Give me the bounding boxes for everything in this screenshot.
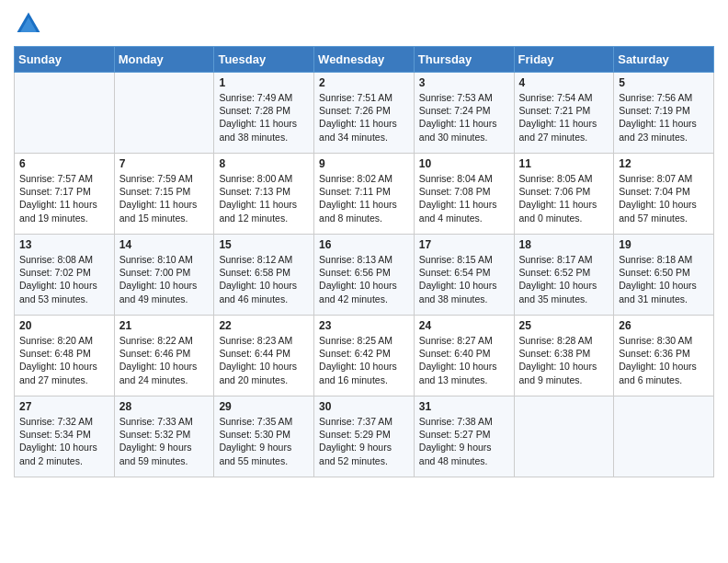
day-number: 3 xyxy=(419,76,509,89)
calendar-cell: 18Sunrise: 8:17 AM Sunset: 6:52 PM Dayli… xyxy=(514,235,614,316)
day-number: 1 xyxy=(219,76,309,89)
calendar-cell: 29Sunrise: 7:35 AM Sunset: 5:30 PM Dayli… xyxy=(214,396,314,477)
day-number: 5 xyxy=(619,76,709,89)
calendar-cell: 30Sunrise: 7:37 AM Sunset: 5:29 PM Dayli… xyxy=(314,396,415,477)
cell-content: Sunrise: 8:18 AM Sunset: 6:50 PM Dayligh… xyxy=(619,253,709,305)
calendar-cell: 17Sunrise: 8:15 AM Sunset: 6:54 PM Dayli… xyxy=(414,235,514,316)
cell-content: Sunrise: 7:49 AM Sunset: 7:28 PM Dayligh… xyxy=(219,91,309,144)
cell-content: Sunrise: 8:08 AM Sunset: 7:02 PM Dayligh… xyxy=(19,253,109,305)
cell-content: Sunrise: 8:04 AM Sunset: 7:08 PM Dayligh… xyxy=(419,172,509,224)
calendar-cell: 6Sunrise: 7:57 AM Sunset: 7:17 PM Daylig… xyxy=(15,154,115,235)
calendar-cell: 14Sunrise: 8:10 AM Sunset: 7:00 PM Dayli… xyxy=(114,235,214,316)
day-number: 28 xyxy=(119,400,210,413)
header-cell-sunday: Sunday xyxy=(15,47,115,73)
cell-content: Sunrise: 7:37 AM Sunset: 5:29 PM Dayligh… xyxy=(319,415,409,467)
header-cell-monday: Monday xyxy=(114,47,214,73)
cell-content: Sunrise: 7:32 AM Sunset: 5:34 PM Dayligh… xyxy=(19,415,109,467)
day-number: 18 xyxy=(519,238,609,251)
calendar-body: 1Sunrise: 7:49 AM Sunset: 7:28 PM Daylig… xyxy=(15,73,714,477)
header-row: SundayMondayTuesdayWednesdayThursdayFrid… xyxy=(15,47,714,73)
header-cell-saturday: Saturday xyxy=(614,47,714,73)
calendar-cell: 1Sunrise: 7:49 AM Sunset: 7:28 PM Daylig… xyxy=(214,73,314,154)
cell-content: Sunrise: 8:28 AM Sunset: 6:38 PM Dayligh… xyxy=(519,334,609,386)
cell-content: Sunrise: 8:02 AM Sunset: 7:11 PM Dayligh… xyxy=(319,172,409,224)
cell-content: Sunrise: 7:35 AM Sunset: 5:30 PM Dayligh… xyxy=(219,415,309,467)
day-number: 25 xyxy=(519,319,609,332)
header-cell-tuesday: Tuesday xyxy=(214,47,314,73)
cell-content: Sunrise: 7:57 AM Sunset: 7:17 PM Dayligh… xyxy=(19,172,109,224)
cell-content: Sunrise: 7:33 AM Sunset: 5:32 PM Dayligh… xyxy=(119,415,210,467)
day-number: 27 xyxy=(19,400,109,413)
day-number: 8 xyxy=(219,157,309,170)
cell-content: Sunrise: 7:53 AM Sunset: 7:24 PM Dayligh… xyxy=(419,91,509,144)
day-number: 24 xyxy=(419,319,509,332)
calendar-cell: 11Sunrise: 8:05 AM Sunset: 7:06 PM Dayli… xyxy=(514,154,614,235)
day-number: 7 xyxy=(119,157,210,170)
calendar-cell xyxy=(114,73,214,154)
calendar-cell: 16Sunrise: 8:13 AM Sunset: 6:56 PM Dayli… xyxy=(314,235,415,316)
day-number: 11 xyxy=(519,157,609,170)
page-header xyxy=(14,9,714,39)
calendar-cell xyxy=(514,396,614,477)
week-row-2: 13Sunrise: 8:08 AM Sunset: 7:02 PM Dayli… xyxy=(15,235,714,316)
calendar-cell: 21Sunrise: 8:22 AM Sunset: 6:46 PM Dayli… xyxy=(114,316,214,396)
day-number: 12 xyxy=(619,157,709,170)
cell-content: Sunrise: 8:17 AM Sunset: 6:52 PM Dayligh… xyxy=(519,253,609,305)
cell-content: Sunrise: 7:59 AM Sunset: 7:15 PM Dayligh… xyxy=(119,172,210,224)
week-row-0: 1Sunrise: 7:49 AM Sunset: 7:28 PM Daylig… xyxy=(15,73,714,154)
day-number: 31 xyxy=(419,400,509,413)
cell-content: Sunrise: 7:54 AM Sunset: 7:21 PM Dayligh… xyxy=(519,91,609,144)
cell-content: Sunrise: 8:00 AM Sunset: 7:13 PM Dayligh… xyxy=(219,172,309,224)
cell-content: Sunrise: 8:07 AM Sunset: 7:04 PM Dayligh… xyxy=(619,172,709,224)
calendar-cell: 26Sunrise: 8:30 AM Sunset: 6:36 PM Dayli… xyxy=(614,316,714,396)
week-row-1: 6Sunrise: 7:57 AM Sunset: 7:17 PM Daylig… xyxy=(15,154,714,235)
cell-content: Sunrise: 8:12 AM Sunset: 6:58 PM Dayligh… xyxy=(219,253,309,305)
calendar-cell: 19Sunrise: 8:18 AM Sunset: 6:50 PM Dayli… xyxy=(614,235,714,316)
day-number: 23 xyxy=(319,319,409,332)
day-number: 30 xyxy=(319,400,409,413)
cell-content: Sunrise: 8:13 AM Sunset: 6:56 PM Dayligh… xyxy=(319,253,409,305)
cell-content: Sunrise: 7:38 AM Sunset: 5:27 PM Dayligh… xyxy=(419,415,509,467)
cell-content: Sunrise: 8:22 AM Sunset: 6:46 PM Dayligh… xyxy=(119,334,210,386)
logo-icon xyxy=(14,9,43,39)
calendar-cell: 7Sunrise: 7:59 AM Sunset: 7:15 PM Daylig… xyxy=(114,154,214,235)
calendar-cell: 24Sunrise: 8:27 AM Sunset: 6:40 PM Dayli… xyxy=(414,316,514,396)
calendar-cell: 25Sunrise: 8:28 AM Sunset: 6:38 PM Dayli… xyxy=(514,316,614,396)
day-number: 19 xyxy=(619,238,709,251)
calendar-cell: 3Sunrise: 7:53 AM Sunset: 7:24 PM Daylig… xyxy=(414,73,514,154)
day-number: 2 xyxy=(319,76,409,89)
cell-content: Sunrise: 8:20 AM Sunset: 6:48 PM Dayligh… xyxy=(19,334,109,386)
calendar-cell: 2Sunrise: 7:51 AM Sunset: 7:26 PM Daylig… xyxy=(314,73,415,154)
calendar-cell: 22Sunrise: 8:23 AM Sunset: 6:44 PM Dayli… xyxy=(214,316,314,396)
calendar-cell: 13Sunrise: 8:08 AM Sunset: 7:02 PM Dayli… xyxy=(15,235,115,316)
calendar-header: SundayMondayTuesdayWednesdayThursdayFrid… xyxy=(15,47,714,73)
header-cell-wednesday: Wednesday xyxy=(314,47,415,73)
day-number: 14 xyxy=(119,238,210,251)
logo xyxy=(14,9,47,39)
day-number: 26 xyxy=(619,319,709,332)
calendar-cell xyxy=(15,73,115,154)
day-number: 10 xyxy=(419,157,509,170)
day-number: 4 xyxy=(519,76,609,89)
day-number: 6 xyxy=(19,157,109,170)
day-number: 9 xyxy=(319,157,409,170)
day-number: 15 xyxy=(219,238,309,251)
calendar-cell: 8Sunrise: 8:00 AM Sunset: 7:13 PM Daylig… xyxy=(214,154,314,235)
calendar-cell: 28Sunrise: 7:33 AM Sunset: 5:32 PM Dayli… xyxy=(114,396,214,477)
calendar-cell: 15Sunrise: 8:12 AM Sunset: 6:58 PM Dayli… xyxy=(214,235,314,316)
calendar-cell: 9Sunrise: 8:02 AM Sunset: 7:11 PM Daylig… xyxy=(314,154,415,235)
calendar-cell: 10Sunrise: 8:04 AM Sunset: 7:08 PM Dayli… xyxy=(414,154,514,235)
cell-content: Sunrise: 8:15 AM Sunset: 6:54 PM Dayligh… xyxy=(419,253,509,305)
day-number: 20 xyxy=(19,319,109,332)
day-number: 13 xyxy=(19,238,109,251)
calendar-cell: 5Sunrise: 7:56 AM Sunset: 7:19 PM Daylig… xyxy=(614,73,714,154)
cell-content: Sunrise: 8:25 AM Sunset: 6:42 PM Dayligh… xyxy=(319,334,409,386)
cell-content: Sunrise: 8:30 AM Sunset: 6:36 PM Dayligh… xyxy=(619,334,709,386)
cell-content: Sunrise: 7:56 AM Sunset: 7:19 PM Dayligh… xyxy=(619,91,709,144)
calendar-cell: 31Sunrise: 7:38 AM Sunset: 5:27 PM Dayli… xyxy=(414,396,514,477)
cell-content: Sunrise: 8:23 AM Sunset: 6:44 PM Dayligh… xyxy=(219,334,309,386)
calendar-cell: 23Sunrise: 8:25 AM Sunset: 6:42 PM Dayli… xyxy=(314,316,415,396)
day-number: 29 xyxy=(219,400,309,413)
header-cell-thursday: Thursday xyxy=(414,47,514,73)
calendar-table: SundayMondayTuesdayWednesdayThursdayFrid… xyxy=(14,46,714,477)
